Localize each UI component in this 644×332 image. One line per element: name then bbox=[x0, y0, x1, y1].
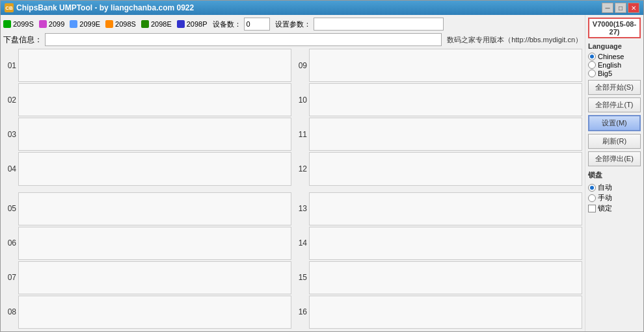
cell-num-05: 05 bbox=[3, 204, 16, 213]
cell-box-07 bbox=[18, 261, 291, 294]
lock-checkbox-item[interactable]: 锁定 bbox=[588, 203, 641, 213]
cell-num-14: 14 bbox=[294, 238, 307, 248]
radio-big5[interactable] bbox=[588, 70, 596, 77]
radio-chinese[interactable] bbox=[588, 53, 596, 60]
cell-num-11: 11 bbox=[294, 130, 307, 139]
cell-box-09 bbox=[309, 49, 582, 82]
cell-box-01 bbox=[18, 49, 291, 82]
grid-divider bbox=[3, 187, 582, 191]
lang-english-label: English bbox=[598, 61, 621, 69]
lang-english[interactable]: English bbox=[588, 61, 641, 69]
cell-box-10 bbox=[309, 83, 582, 116]
cell-num-06: 06 bbox=[3, 238, 16, 248]
disk-manual-label: 手动 bbox=[598, 193, 612, 203]
legend-label-2099e: 2099E bbox=[79, 20, 100, 28]
settings-param-field: 设置参数： bbox=[275, 18, 444, 31]
table-row: 09 bbox=[294, 49, 582, 82]
disk-auto[interactable]: 自动 bbox=[588, 183, 641, 192]
cell-box-13 bbox=[309, 192, 582, 225]
settings-button[interactable]: 设置(M) bbox=[588, 115, 641, 131]
disk-radio-group: 自动 手动 锁定 bbox=[588, 183, 641, 213]
cell-box-02 bbox=[18, 83, 291, 116]
radio-english[interactable] bbox=[588, 61, 596, 69]
stop-all-button[interactable]: 全部停止(T) bbox=[588, 97, 641, 112]
grid-right-bottom: 13 14 15 16 bbox=[294, 192, 582, 329]
legend-dot-2098p bbox=[177, 20, 185, 28]
lang-chinese[interactable]: Chinese bbox=[588, 53, 641, 60]
grid-left-top: 01 02 03 04 bbox=[3, 49, 291, 186]
status-label: 下盘信息： bbox=[3, 34, 42, 45]
legend-label-2098p: 2098P bbox=[187, 20, 208, 28]
legend-dot-2099s bbox=[3, 20, 11, 28]
table-row: 13 bbox=[294, 192, 582, 225]
legend-label-2098e: 2098E bbox=[151, 20, 172, 28]
cell-box-04 bbox=[18, 152, 291, 185]
refresh-button[interactable]: 刷新(R) bbox=[588, 134, 641, 149]
device-grid: 01 02 03 04 bbox=[3, 49, 582, 329]
status-input[interactable] bbox=[45, 33, 442, 46]
cell-box-12 bbox=[309, 152, 582, 185]
radio-disk-auto[interactable] bbox=[588, 184, 596, 192]
sidebar: V7000(15-08-27) Language Chinese English… bbox=[585, 15, 643, 331]
legend-dot-2099e bbox=[70, 20, 77, 28]
cell-box-03 bbox=[18, 118, 291, 151]
radio-disk-manual[interactable] bbox=[588, 194, 596, 202]
legend-label-2098s: 2098S bbox=[115, 20, 136, 28]
cell-num-02: 02 bbox=[3, 96, 16, 105]
cell-num-15: 15 bbox=[294, 273, 307, 282]
start-all-button[interactable]: 全部开始(S) bbox=[588, 80, 641, 95]
window-controls: ─ □ ✕ bbox=[602, 3, 639, 13]
grid-top-group: 01 02 03 04 bbox=[3, 49, 582, 186]
lang-big5-label: Big5 bbox=[598, 70, 612, 77]
table-row: 02 bbox=[3, 83, 291, 116]
eject-all-button[interactable]: 全部弹出(E) bbox=[588, 151, 641, 166]
legend-2099: 2099 bbox=[39, 20, 64, 28]
lock-checkbox[interactable] bbox=[588, 205, 596, 212]
maximize-button[interactable]: □ bbox=[615, 3, 626, 13]
lang-big5[interactable]: Big5 bbox=[588, 70, 641, 77]
table-row: 12 bbox=[294, 152, 582, 185]
grid-bottom-group: 05 06 07 08 bbox=[3, 192, 582, 329]
cell-box-11 bbox=[309, 118, 582, 151]
status-notice: 数码之家专用版本（http://bbs.mydigit.cn） bbox=[447, 35, 582, 45]
device-count-input[interactable] bbox=[244, 18, 270, 31]
table-row: 01 bbox=[3, 49, 291, 82]
window-title: ChipsBank UMPTool - by liangchanba.com 0… bbox=[16, 3, 194, 12]
cell-box-06 bbox=[18, 227, 291, 260]
legend-dot-2098e bbox=[141, 20, 149, 28]
close-button[interactable]: ✕ bbox=[628, 3, 639, 13]
table-row: 15 bbox=[294, 261, 582, 294]
table-row: 16 bbox=[294, 296, 582, 329]
cell-box-14 bbox=[309, 227, 582, 260]
disk-manual[interactable]: 手动 bbox=[588, 193, 641, 203]
grid-right-top: 09 10 11 12 bbox=[294, 49, 582, 186]
app-icon: CB bbox=[5, 3, 14, 12]
table-row: 04 bbox=[3, 152, 291, 185]
legend-2099e: 2099E bbox=[70, 20, 100, 28]
lang-chinese-label: Chinese bbox=[598, 53, 624, 60]
legend-dot-2098s bbox=[105, 20, 113, 28]
version-display: V7000(15-08-27) bbox=[588, 18, 641, 38]
cell-box-08 bbox=[18, 296, 291, 329]
table-row: 14 bbox=[294, 227, 582, 260]
legend-label-2099s: 2099S bbox=[13, 20, 34, 28]
device-count-label: 设备数： bbox=[213, 19, 241, 29]
lock-checkbox-label: 锁定 bbox=[598, 203, 612, 213]
status-bar: 下盘信息： 数码之家专用版本（http://bbs.mydigit.cn） bbox=[3, 33, 582, 46]
settings-param-input[interactable] bbox=[314, 18, 444, 31]
cell-box-05 bbox=[18, 192, 291, 225]
cell-num-10: 10 bbox=[294, 96, 307, 105]
table-row: 06 bbox=[3, 227, 291, 260]
cell-num-03: 03 bbox=[3, 130, 16, 139]
cell-num-04: 04 bbox=[3, 164, 16, 173]
cell-num-08: 08 bbox=[3, 307, 16, 316]
table-row: 11 bbox=[294, 118, 582, 151]
cell-num-16: 16 bbox=[294, 307, 307, 316]
table-row: 07 bbox=[3, 261, 291, 294]
title-bar: CB ChipsBank UMPTool - by liangchanba.co… bbox=[1, 1, 643, 15]
legend-2098e: 2098E bbox=[141, 20, 172, 28]
minimize-button[interactable]: ─ bbox=[602, 3, 613, 13]
legend-2099s: 2099S bbox=[3, 20, 34, 28]
cell-box-16 bbox=[309, 296, 582, 329]
language-radio-group: Chinese English Big5 bbox=[588, 53, 641, 77]
